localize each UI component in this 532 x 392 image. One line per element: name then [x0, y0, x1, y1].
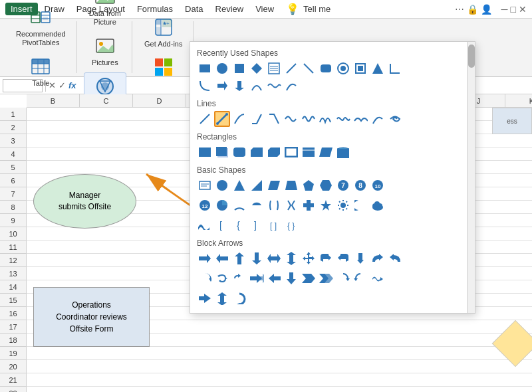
basic-bracket-d[interactable]: [ ]: [266, 217, 282, 233]
basic-pentagon[interactable]: [301, 177, 317, 193]
basic-num7[interactable]: 7: [335, 177, 351, 193]
basic-trapezoid[interactable]: [283, 177, 299, 193]
arrow-4way-last[interactable]: [197, 290, 213, 306]
ms-icon-button[interactable]: [147, 54, 180, 80]
menu-review[interactable]: Review: [210, 3, 249, 15]
shape-diagonal-line1[interactable]: [283, 60, 299, 76]
rect-stripes[interactable]: [301, 144, 317, 160]
shape-curve[interactable]: [283, 78, 299, 94]
basic-cloud[interactable]: [370, 197, 386, 213]
basic-pie[interactable]: [214, 197, 230, 213]
shape-rounded-rect[interactable]: [318, 60, 334, 76]
menu-view[interactable]: View: [250, 3, 279, 15]
arrow-ud-last[interactable]: [214, 290, 230, 306]
arrow-d[interactable]: [249, 250, 265, 266]
arrow-curved[interactable]: [370, 250, 386, 266]
rect-shadow[interactable]: [214, 144, 230, 160]
line-squig5[interactable]: [352, 111, 368, 127]
rotate-ccw[interactable]: [352, 270, 368, 286]
basic-circle[interactable]: [214, 177, 230, 193]
line-squig4[interactable]: [335, 111, 351, 127]
shapes-panel-scrollbar[interactable]: [467, 42, 475, 313]
arrow-chevron[interactable]: [301, 270, 317, 286]
shape-arrow-down[interactable]: [231, 78, 247, 94]
shape-corner[interactable]: [387, 60, 403, 76]
table-button[interactable]: Table: [24, 53, 57, 90]
line-squig1[interactable]: [283, 111, 299, 127]
rect-frame[interactable]: [283, 144, 299, 160]
line-corner2[interactable]: [266, 111, 282, 127]
recommended-pivot-button[interactable]: RecommendedPivotTables: [11, 4, 71, 50]
function-icon[interactable]: fx: [68, 80, 76, 90]
arrow-dbl-l[interactable]: [266, 270, 282, 286]
basic-right-triangle[interactable]: [249, 177, 265, 193]
basic-num12[interactable]: 12: [197, 197, 213, 213]
shape-diagonal-line2[interactable]: [301, 60, 317, 76]
basic-arc2[interactable]: [231, 197, 247, 213]
line-diag1[interactable]: [197, 111, 213, 127]
basic-bracket-single[interactable]: [266, 197, 282, 213]
get-addins-button[interactable]: ★ + Get Add-ins: [139, 14, 188, 51]
arrow-dbl-d[interactable]: [283, 270, 299, 286]
tell-me[interactable]: Tell me: [303, 4, 331, 14]
arrow-bent-r[interactable]: [318, 250, 334, 266]
shape-triangle[interactable]: [370, 60, 386, 76]
scrollbar-thumb[interactable]: [468, 45, 475, 68]
shape-corner2[interactable]: [197, 78, 213, 94]
basic-star4[interactable]: [318, 197, 334, 213]
shape-diamond-filled[interactable]: [249, 60, 265, 76]
line-loop[interactable]: [387, 111, 403, 127]
arrow-loop[interactable]: [197, 270, 213, 286]
basic-hexagon[interactable]: [318, 177, 334, 193]
basic-bracket-l[interactable]: [: [214, 217, 230, 233]
confirm-icon[interactable]: ✓: [59, 80, 66, 90]
arrow-bent-l[interactable]: [335, 250, 351, 266]
line-squig3[interactable]: [318, 111, 334, 127]
arrow-lr[interactable]: [266, 250, 282, 266]
arrow-curved2[interactable]: [387, 250, 403, 266]
basic-num10[interactable]: 10: [370, 177, 386, 193]
line-corner1[interactable]: [249, 111, 265, 127]
arrow-squig[interactable]: [370, 270, 386, 286]
rect-rollover[interactable]: [335, 144, 351, 160]
basic-brace[interactable]: [283, 197, 299, 213]
shape-square2[interactable]: [352, 60, 368, 76]
rect-parallelogram[interactable]: [318, 144, 334, 160]
arrow-chevron2[interactable]: [318, 270, 334, 286]
basic-brace-l[interactable]: {: [231, 217, 247, 233]
arrow-4way[interactable]: [301, 250, 317, 266]
shape-lines-doc[interactable]: [266, 60, 282, 76]
arrow-swirl[interactable]: [214, 270, 230, 286]
basic-sun[interactable]: [335, 197, 351, 213]
arrow-dbl-r[interactable]: [249, 270, 265, 286]
shape-rect-filled[interactable]: [197, 60, 213, 76]
basic-chord[interactable]: [249, 197, 265, 213]
oval-manager-shape[interactable]: Managersubmits Offsite: [33, 174, 136, 229]
rotate-cw[interactable]: [335, 270, 351, 286]
arrow-swirl2[interactable]: [231, 270, 247, 286]
arrow-l[interactable]: [214, 250, 230, 266]
shape-arc[interactable]: [249, 78, 265, 94]
arrow-ud[interactable]: [283, 250, 299, 266]
line-curve[interactable]: [370, 111, 386, 127]
rect-snip2[interactable]: [266, 144, 282, 160]
arrow-bent-d[interactable]: [352, 250, 368, 266]
rect-snip[interactable]: [249, 144, 265, 160]
line-selected[interactable]: [214, 111, 230, 127]
basic-wave[interactable]: [197, 217, 213, 233]
rotate-last[interactable]: [231, 290, 247, 306]
basic-crescent[interactable]: [352, 197, 368, 213]
shape-circle2[interactable]: [335, 60, 351, 76]
basic-textbox[interactable]: [197, 177, 213, 193]
basic-triangle[interactable]: [231, 177, 247, 193]
basic-plus[interactable]: [301, 197, 317, 213]
basic-bracket-r[interactable]: ]: [249, 217, 265, 233]
pictures-button[interactable]: Pictures: [86, 33, 124, 70]
rect-rounded[interactable]: [231, 144, 247, 160]
line-diag3[interactable]: [231, 111, 247, 127]
line-squig2[interactable]: [301, 111, 317, 127]
shape-arrow-right[interactable]: [214, 78, 230, 94]
rect-operations-shape[interactable]: OperationsCoordinator reviewsOffsite For…: [33, 287, 150, 347]
data-from-picture-button[interactable]: Data fromPicture: [84, 0, 126, 30]
basic-num8[interactable]: 8: [352, 177, 368, 193]
